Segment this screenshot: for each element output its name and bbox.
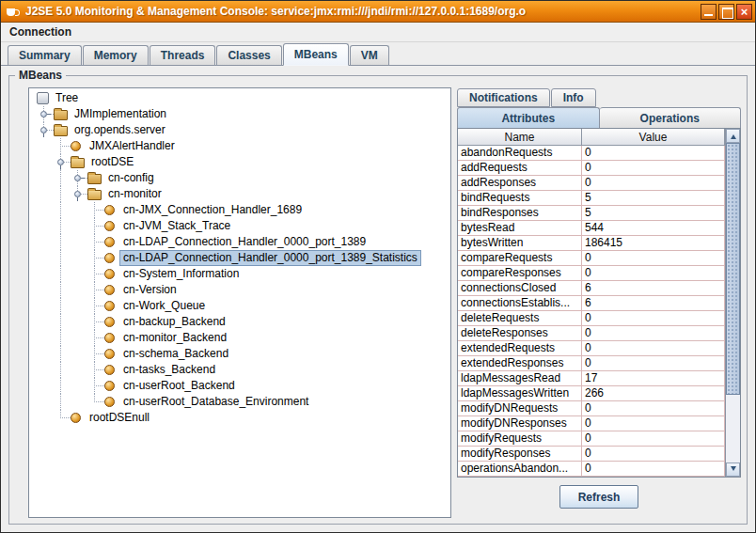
tree-node[interactable]: cn-monitor_Backend <box>29 330 450 346</box>
attribute-name-cell: connectionsClosed <box>458 281 582 296</box>
table-row[interactable]: bytesWritten186415 <box>458 236 725 251</box>
table-row[interactable]: addResponses0 <box>458 176 725 191</box>
tree-connector-line <box>94 242 104 243</box>
tree-node[interactable]: cn-userRoot_Backend <box>29 378 450 394</box>
table-row[interactable]: extendedRequests0 <box>458 341 725 356</box>
column-header-value[interactable]: Value <box>582 129 725 146</box>
tree-connector-line <box>94 369 104 370</box>
mbeans-panel: MBeans TreeJMImplementationorg.opends.se… <box>8 75 748 525</box>
tree-node[interactable]: JMXAlertHandler <box>29 138 450 154</box>
tree-connector-line <box>94 274 104 274</box>
tree-connector-line <box>94 337 104 338</box>
refresh-button[interactable]: Refresh <box>559 485 639 509</box>
table-row[interactable]: bytesRead544 <box>458 221 725 236</box>
table-row[interactable]: extendedResponses0 <box>458 356 725 371</box>
attribute-name-cell: extendedResponses <box>458 356 582 371</box>
menu-connection[interactable]: Connection <box>1 25 80 39</box>
table-row[interactable]: modifyRequests0 <box>458 431 725 447</box>
table-row[interactable]: operationsAbandon...0 <box>458 462 725 477</box>
tree-toggle-icon[interactable] <box>74 191 81 197</box>
table-row[interactable]: modifyDNRequests0 <box>458 401 725 416</box>
mbean-icon <box>104 253 115 263</box>
table-row[interactable]: ldapMessagesWritten266 <box>458 386 725 401</box>
tab-mbeans[interactable]: MBeans <box>283 43 349 66</box>
attribute-value-cell: 5 <box>582 206 725 221</box>
attribute-value-cell: 0 <box>582 251 725 266</box>
tree-node-label: cn-monitor <box>105 187 165 201</box>
tab-classes[interactable]: Classes <box>216 45 281 65</box>
tree-node[interactable]: cn-LDAP_Connection_Handler_0000_port_138… <box>29 234 450 250</box>
table-row[interactable]: modifyDNResponses0 <box>458 416 725 431</box>
minimize-button[interactable] <box>701 4 717 20</box>
table-row[interactable]: bindResponses5 <box>458 206 725 221</box>
maximize-button[interactable] <box>718 4 734 20</box>
tree-node-label: cn-Version <box>120 283 180 297</box>
table-row[interactable]: deleteRequests0 <box>458 311 725 326</box>
tree-node[interactable]: cn-tasks_Backend <box>29 362 450 378</box>
attribute-value-cell: 0 <box>582 462 725 477</box>
tree-node[interactable]: cn-Work_Queue <box>29 298 450 314</box>
tab-vm[interactable]: VM <box>350 45 389 65</box>
table-row[interactable]: compareResponses0 <box>458 266 725 281</box>
tree-toggle-icon[interactable] <box>40 127 47 133</box>
tree-node[interactable]: rootDSEnull <box>29 410 450 426</box>
vertical-scrollbar[interactable] <box>725 129 740 477</box>
column-header-name[interactable]: Name <box>458 129 582 146</box>
attribute-value-cell: 6 <box>582 281 725 296</box>
table-row[interactable]: connectionsClosed6 <box>458 281 725 296</box>
table-row[interactable]: connectionsEstablis...6 <box>458 296 725 311</box>
tree-node[interactable]: cn-System_Information <box>29 266 450 282</box>
tree-node-label: JMImplementation <box>71 107 169 121</box>
mbean-tree[interactable]: TreeJMImplementationorg.opends.serverJMX… <box>28 87 451 518</box>
scroll-down-button[interactable] <box>726 462 740 477</box>
title-bar[interactable]: J2SE 5.0 Monitoring & Management Console… <box>1 1 755 23</box>
tree-node[interactable]: cn-monitor <box>29 186 450 202</box>
tree-node[interactable]: Tree <box>29 90 450 106</box>
detail-tab-info[interactable]: Info <box>551 88 596 107</box>
attribute-value-cell: 0 <box>582 176 725 191</box>
table-row[interactable]: bindRequests5 <box>458 191 725 206</box>
tab-memory[interactable]: Memory <box>83 45 149 65</box>
tree-connector-line <box>60 250 61 266</box>
tree-node[interactable]: org.opends.server <box>29 122 450 138</box>
attribute-value-cell: 0 <box>582 326 725 341</box>
table-row[interactable]: abandonRequests0 <box>458 146 725 161</box>
attribute-name-cell: addResponses <box>458 176 582 191</box>
detail-tab-row-1: NotificationsInfo <box>457 87 741 107</box>
tree-node[interactable]: JMImplementation <box>29 106 450 122</box>
tree-node[interactable]: cn-JVM_Stack_Trace <box>29 218 450 234</box>
folder-icon <box>54 110 68 120</box>
scrollbar-thumb[interactable] <box>726 143 740 395</box>
folder-icon <box>87 174 102 184</box>
mbean-icon <box>104 285 115 295</box>
scroll-up-button[interactable] <box>726 129 740 143</box>
tree-node[interactable]: rootDSE <box>29 154 450 170</box>
tree-node[interactable]: cn-JMX_Connection_Handler_1689 <box>29 202 450 218</box>
mbean-icon <box>104 301 115 311</box>
detail-tab-attributes[interactable]: Attributes <box>457 107 600 128</box>
tree-toggle-icon[interactable] <box>74 175 81 181</box>
tree-toggle-icon[interactable] <box>40 111 47 118</box>
table-row[interactable]: addRequests0 <box>458 161 725 176</box>
close-button[interactable] <box>736 4 752 20</box>
attribute-name-cell: modifyDNResponses <box>458 416 582 431</box>
table-row[interactable]: ldapMessagesRead17 <box>458 371 725 386</box>
refresh-row: Refresh <box>457 485 741 509</box>
tree-node[interactable]: cn-LDAP_Connection_Handler_0000_port_138… <box>29 250 450 266</box>
detail-tab-notifications[interactable]: Notifications <box>457 88 550 107</box>
tree-toggle-icon[interactable] <box>57 159 64 165</box>
attribute-value-cell: 5 <box>582 191 725 206</box>
scrollbar-track[interactable] <box>726 143 740 462</box>
tree-node[interactable]: cn-config <box>29 170 450 186</box>
detail-tab-operations[interactable]: Operations <box>600 107 742 128</box>
attribute-name-cell: bindResponses <box>458 206 582 221</box>
tree-node[interactable]: cn-schema_Backend <box>29 346 450 362</box>
tree-node[interactable]: cn-Version <box>29 282 450 298</box>
table-row[interactable]: modifyResponses0 <box>458 447 725 462</box>
tab-summary[interactable]: Summary <box>8 45 82 65</box>
tree-node[interactable]: cn-userRoot_Database_Environment <box>29 394 450 410</box>
table-row[interactable]: compareRequests0 <box>458 251 725 266</box>
table-row[interactable]: deleteResponses0 <box>458 326 725 341</box>
tree-node[interactable]: cn-backup_Backend <box>29 314 450 330</box>
tab-threads[interactable]: Threads <box>150 45 216 65</box>
